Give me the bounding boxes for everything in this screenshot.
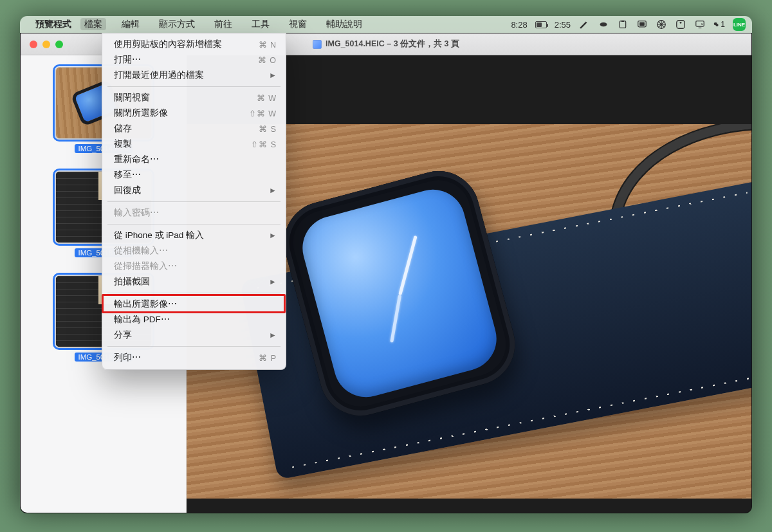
submenu-chevron-icon: ► <box>269 71 277 80</box>
minimize-button[interactable] <box>42 41 50 48</box>
menu-item-label: 使用剪貼板的內容新增檔案 <box>114 39 259 50</box>
menu-item[interactable]: 輸出所選影像⋯ <box>102 297 286 312</box>
submenu-chevron-icon: ► <box>269 186 277 195</box>
menu-item-label: 列印⋯ <box>114 352 259 363</box>
menu-item[interactable]: 從 iPhone 或 iPad 輸入► <box>102 228 286 243</box>
zoom-button[interactable] <box>55 41 63 48</box>
menu-item-label: 從掃描器輸入⋯ <box>114 261 277 272</box>
menu-item-label: 輸入密碼⋯ <box>114 207 277 219</box>
svg-point-7 <box>680 22 682 24</box>
menu-item-label: 回復成 <box>114 185 269 196</box>
close-button[interactable] <box>30 41 37 48</box>
screen-mirror-icon[interactable] <box>694 19 706 30</box>
menu-shortcut: ⌘ W <box>257 93 277 103</box>
menu-item[interactable]: 移至⋯ <box>102 167 286 183</box>
menu-編輯[interactable]: 編輯 <box>118 18 143 30</box>
menu-item-label: 分享 <box>114 329 269 341</box>
menu-item: 從掃描器輸入⋯ <box>102 259 286 274</box>
menu-item[interactable]: 關閉所選影像⇧⌘ W <box>102 105 286 121</box>
menu-item: 從相機輸入⋯ <box>102 243 286 259</box>
submenu-chevron-icon: ► <box>269 277 277 286</box>
menu-item-label: 儲存 <box>114 123 259 134</box>
menu-item[interactable]: 重新命名⋯ <box>102 152 286 167</box>
menu-shortcut: ⌘ N <box>259 40 277 50</box>
menu-item-label: 打開⋯ <box>114 54 258 66</box>
svg-point-0 <box>600 23 607 27</box>
submenu-chevron-icon: ► <box>269 231 277 240</box>
menu-item-label: 輸出所選影像⋯ <box>114 298 277 310</box>
pencil-icon[interactable] <box>578 19 590 30</box>
cloud-icon[interactable] <box>598 19 609 30</box>
menu-shortcut: ⇧⌘ S <box>251 140 277 149</box>
menu-item[interactable]: 輸出為 PDF⋯ <box>102 312 286 327</box>
svg-rect-1 <box>620 21 625 28</box>
menubar: 預覽程式 檔案編輯顯示方式前往工具視窗輔助說明 8:28 2:55 <box>20 16 752 33</box>
menu-工具[interactable]: 工具 <box>248 18 273 30</box>
menu-item[interactable]: 儲存⌘ S <box>102 121 286 136</box>
window-title: IMG_5014.HEIC – 3 份文件，共 3 頁 <box>326 39 459 50</box>
menu-item[interactable]: 分享► <box>102 327 286 343</box>
menu-item-label: 從相機輸入⋯ <box>114 245 277 257</box>
clock-1: 8:28 <box>511 20 527 30</box>
submenu-chevron-icon: ► <box>269 331 277 340</box>
menu-item-label: 從 iPhone 或 iPad 輸入 <box>114 230 269 241</box>
menu-shortcut: ⌘ O <box>258 55 277 65</box>
menu-item-label: 關閉視窗 <box>114 92 257 104</box>
svg-rect-2 <box>621 21 625 22</box>
menu-item-label: 重新命名⋯ <box>114 154 277 165</box>
file-menu-dropdown[interactable]: 使用剪貼板的內容新增檔案⌘ N打開⋯⌘ O打開最近使用過的檔案►關閉視窗⌘ W關… <box>102 33 286 370</box>
menu-item-label: 打開最近使用過的檔案 <box>114 69 269 81</box>
menu-shortcut: ⇧⌘ W <box>249 109 277 118</box>
fan-icon[interactable] <box>656 19 667 30</box>
menu-顯示方式[interactable]: 顯示方式 <box>155 18 199 30</box>
wechat-icon[interactable]: 1 <box>713 19 725 30</box>
menu-item-label: 拍攝截圖 <box>114 276 269 288</box>
battery-icon[interactable] <box>535 19 547 30</box>
menu-前往[interactable]: 前往 <box>210 18 236 30</box>
menu-shortcut: ⌘ S <box>259 124 277 134</box>
window-controls[interactable] <box>30 41 63 48</box>
menu-item[interactable]: 列印⋯⌘ P <box>102 350 286 365</box>
menu-item[interactable]: 打開最近使用過的檔案► <box>102 68 286 83</box>
heic-doc-icon <box>313 40 322 49</box>
menu-item-label: 關閉所選影像 <box>114 107 249 119</box>
menu-item-label: 移至⋯ <box>114 169 277 181</box>
menu-item-label: 輸出為 PDF⋯ <box>114 314 277 326</box>
menu-輔助說明[interactable]: 輔助說明 <box>322 18 366 30</box>
menu-item[interactable]: 回復成► <box>102 183 286 198</box>
svg-rect-6 <box>677 21 685 28</box>
line-icon[interactable]: LINE <box>733 18 746 31</box>
menu-檔案[interactable]: 檔案 <box>80 18 106 30</box>
menu-item[interactable]: 打開⋯⌘ O <box>102 52 286 68</box>
menu-item[interactable]: 使用剪貼板的內容新增檔案⌘ N <box>102 37 286 52</box>
clipboard-icon[interactable] <box>617 19 629 30</box>
menu-item[interactable]: 關閉視窗⌘ W <box>102 90 286 105</box>
menu-shortcut: ⌘ P <box>259 353 277 363</box>
menu-視窗[interactable]: 視窗 <box>285 18 311 30</box>
one-switch-icon[interactable] <box>675 19 686 30</box>
menu-item[interactable]: 拍攝截圖► <box>102 274 286 289</box>
menu-item[interactable]: 複製⇧⌘ S <box>102 136 286 152</box>
svg-point-10 <box>715 24 718 26</box>
clock-2: 2:55 <box>555 20 571 30</box>
stage-manager-icon[interactable] <box>636 19 648 30</box>
menu-item-label: 複製 <box>114 138 251 150</box>
svg-rect-4 <box>639 23 645 26</box>
app-name[interactable]: 預覽程式 <box>35 19 71 30</box>
menu-extras: 8:28 2:55 <box>511 18 746 31</box>
menu-item: 輸入密碼⋯ <box>102 205 286 221</box>
